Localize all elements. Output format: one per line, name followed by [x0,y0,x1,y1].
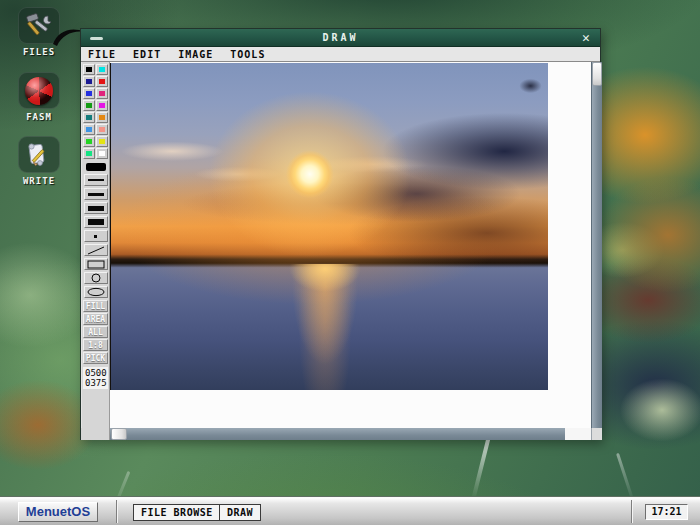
hammer-wrench-icon [24,12,54,40]
task-button-file-browse[interactable]: FILE BROWSE [133,504,221,521]
swatch-color [86,127,92,132]
canvas-width-value: 0500 [85,368,106,378]
palette-swatch[interactable] [83,148,95,159]
palette-swatch[interactable] [83,100,95,111]
palette-swatch[interactable] [96,100,108,111]
menubar: FILE EDIT IMAGE TOOLS [81,47,600,62]
minimize-dash-icon[interactable] [90,37,103,40]
horizontal-scrollbar[interactable] [110,428,591,440]
line-width-sample [88,193,104,196]
line-icon [87,246,105,255]
swatch-color [86,103,92,108]
ellipse-icon [86,287,106,297]
palette-swatch[interactable] [96,124,108,135]
palette-swatch[interactable] [83,112,95,123]
toolbar-bottom-cell [81,428,110,440]
point-tool-button[interactable] [84,230,108,242]
swatch-color [86,67,92,72]
line-width-button-4[interactable] [84,216,108,228]
swatch-color [99,139,105,144]
zoom-1-8-button[interactable]: 1:8 [83,339,108,351]
drawing-canvas[interactable] [110,62,591,428]
swatch-color [99,151,105,156]
fasm-icon-box [18,72,60,109]
desktop-icon-label: FILES [15,47,63,57]
swatch-color [86,91,92,96]
line-width-sample [88,206,104,211]
swatch-color [99,91,105,96]
palette-swatch[interactable] [83,64,95,75]
grass-blade-highlight [616,453,635,503]
current-color-indicator [86,163,106,171]
ellipse-tool-button[interactable] [84,286,108,298]
palette-swatch[interactable] [96,76,108,87]
swatch-color [86,151,92,156]
fasm-fan-icon [25,77,53,105]
scrollbar-corner [591,428,602,440]
palette-swatch[interactable] [83,76,95,87]
palette-swatch[interactable] [96,64,108,75]
desktop-icon-fasm[interactable]: FASM [15,72,63,122]
desktop-background: FILES FASM WRITE DRAW ✕ FI [0,0,700,525]
palette-swatch[interactable] [96,136,108,147]
scrollbar-end-gap [565,428,591,440]
vertical-scrollbar-slider[interactable] [592,62,602,86]
taskbar-separator [116,500,118,523]
draw-window: DRAW ✕ FILE EDIT IMAGE TOOLS [80,28,601,440]
swatch-color [99,127,105,132]
scroll-pencil-icon [24,141,54,169]
desktop-icon-write[interactable]: WRITE [15,136,63,186]
pick-button[interactable]: PICK [83,352,108,364]
taskbar-clock: 17:21 [645,504,688,520]
point-icon [94,235,97,238]
window-title: DRAW [322,32,358,43]
taskbar-separator [631,500,633,523]
line-tool-button[interactable] [84,244,108,256]
desktop-icon-label: WRITE [15,176,63,186]
vertical-scrollbar[interactable] [591,62,602,428]
desktop-icon-label: FASM [15,112,63,122]
circle-tool-button[interactable] [84,272,108,284]
line-width-button-2[interactable] [84,188,108,200]
palette-swatch[interactable] [96,112,108,123]
sunset-image [110,63,548,390]
area-button[interactable]: AREA [83,313,108,325]
horizontal-scrollbar-slider[interactable] [111,428,127,440]
task-button-draw[interactable]: DRAW [219,504,261,521]
swatch-color [86,139,92,144]
sun-reflection [286,264,365,390]
swatch-color [86,79,92,84]
titlebar[interactable]: DRAW ✕ [81,29,600,47]
draw-toolbar: FILL AREA ALL 1:8 PICK 0500 0375 [82,62,110,428]
palette-swatch[interactable] [96,88,108,99]
write-icon-box [18,136,60,173]
swatch-color [86,115,92,120]
swatch-color [99,79,105,84]
canvas-height-value: 0375 [85,378,106,388]
color-palette [83,64,108,159]
close-icon[interactable]: ✕ [579,31,593,45]
swatch-color [99,103,105,108]
menu-file[interactable]: FILE [88,49,116,60]
palette-swatch[interactable] [83,136,95,147]
line-width-button-1[interactable] [84,174,108,186]
palette-swatch[interactable] [83,124,95,135]
swatch-color [99,67,105,72]
horizontal-scrollbar-row [81,428,602,440]
menu-image[interactable]: IMAGE [178,49,213,60]
menu-edit[interactable]: EDIT [133,49,161,60]
menu-tools[interactable]: TOOLS [230,49,265,60]
rectangle-icon [87,260,105,269]
line-width-sample [88,219,104,225]
all-button[interactable]: ALL [83,326,108,338]
swatch-color [99,115,105,120]
circle-icon [87,273,105,283]
palette-swatch[interactable] [96,148,108,159]
menuetos-start-button[interactable]: MenuetOS [18,502,98,522]
rectangle-tool-button[interactable] [84,258,108,270]
fill-button[interactable]: FILL [83,300,108,312]
taskbar: MenuetOS FILE BROWSE DRAW 17:21 [0,497,700,525]
line-width-button-3[interactable] [84,202,108,214]
palette-swatch[interactable] [83,88,95,99]
canvas-size-readout: 0500 0375 [83,367,108,389]
